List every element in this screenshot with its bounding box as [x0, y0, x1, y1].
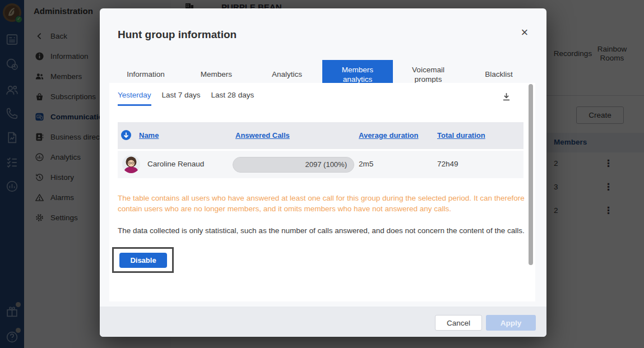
disable-button[interactable]: Disable — [119, 253, 167, 268]
download-icon[interactable] — [501, 91, 512, 102]
period-last-7-days[interactable]: Last 7 days — [162, 91, 201, 106]
period-yesterday[interactable]: Yesterday — [118, 91, 151, 106]
answered-calls-bar: 2097 (100%) — [233, 157, 354, 173]
close-icon[interactable]: × — [517, 25, 532, 40]
total-duration-value: 72h49 — [437, 160, 458, 168]
column-header-average-duration[interactable]: Average duration — [359, 131, 418, 140]
statistics-note-text: The data collected is only statistical, … — [118, 226, 527, 236]
action-highlight-box: Disable — [112, 247, 174, 273]
column-header-name[interactable]: Name — [139, 131, 159, 140]
screen: ✓ Administrati — [0, 0, 644, 348]
column-header-answered-calls[interactable]: Answered Calls — [235, 131, 290, 140]
analytics-table-header: Name Answered Calls Average duration Tot… — [118, 122, 523, 149]
average-duration-value: 2m5 — [359, 160, 373, 168]
answered-calls-value: 2097 (100%) — [305, 157, 347, 172]
column-header-total-duration[interactable]: Total duration — [437, 131, 485, 140]
dialog-footer: Cancel Apply — [100, 307, 546, 337]
modal-scrollbar-thumb[interactable] — [529, 84, 533, 265]
dialog-title: Hunt group information — [118, 29, 237, 41]
member-name: Caroline Renaud — [147, 160, 204, 168]
members-analytics-panel: Yesterday Last 7 days Last 28 days Name … — [109, 83, 535, 301]
apply-button[interactable]: Apply — [486, 315, 536, 331]
hunt-group-information-dialog: Hunt group information × Information Mem… — [100, 8, 546, 337]
table-row: Caroline Renaud 2097 (100%) 2m5 72h49 — [118, 151, 523, 178]
period-filter: Yesterday Last 7 days Last 28 days — [118, 91, 254, 106]
period-last-28-days[interactable]: Last 28 days — [211, 91, 254, 106]
cancel-button[interactable]: Cancel — [435, 315, 482, 331]
table-warning-text: The table contains all users who have an… — [118, 193, 527, 214]
user-avatar — [122, 155, 140, 173]
sort-descending-icon[interactable] — [121, 130, 131, 140]
